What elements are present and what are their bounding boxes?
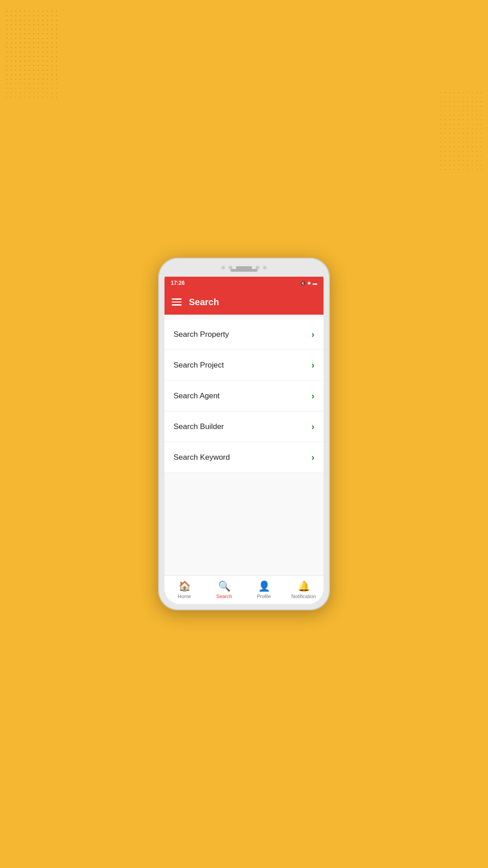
chevron-right-icon: ›: [311, 360, 314, 370]
chevron-right-icon: ›: [311, 421, 314, 432]
menu-item-label: Search Property: [174, 330, 229, 339]
notification-nav-label: Notification: [291, 594, 316, 599]
menu-item-search-agent[interactable]: Search Agent ›: [164, 381, 324, 411]
battery-icon: ▬: [313, 281, 317, 286]
status-time: 17:26: [171, 280, 185, 286]
menu-list: Search Property › Search Project › Searc…: [164, 319, 324, 473]
menu-item-search-keyword[interactable]: Search Keyword ›: [164, 442, 324, 473]
menu-item-search-project[interactable]: Search Project ›: [164, 350, 324, 381]
profile-nav-label: Profile: [257, 594, 271, 599]
nav-item-home[interactable]: 🏠Home: [164, 576, 204, 604]
chevron-right-icon: ›: [311, 391, 314, 401]
notification-icon: 🔇: [300, 281, 305, 286]
home-nav-label: Home: [178, 594, 191, 599]
nav-item-notification[interactable]: 🔔Notification: [284, 576, 324, 604]
search-nav-label: Search: [216, 594, 232, 599]
nav-item-search[interactable]: 🔍Search: [204, 576, 244, 604]
status-icons: 🔇 ✱ ▬: [300, 281, 317, 286]
menu-item-label: Search Builder: [174, 422, 224, 431]
menu-item-label: Search Agent: [174, 392, 220, 401]
status-bar: 17:26 🔇 ✱ ▬: [164, 277, 324, 289]
bottom-nav: 🏠Home🔍Search👤Profile🔔Notification: [164, 575, 324, 604]
menu-item-search-property[interactable]: Search Property ›: [164, 319, 324, 350]
notification-nav-icon: 🔔: [298, 580, 310, 592]
menu-item-search-builder[interactable]: Search Builder ›: [164, 411, 324, 442]
menu-item-label: Search Keyword: [174, 453, 230, 462]
bluetooth-icon: ✱: [307, 281, 311, 286]
app-header: Search: [164, 289, 324, 315]
content-area: Search Property › Search Project › Searc…: [164, 315, 324, 575]
menu-item-label: Search Project: [174, 361, 224, 370]
home-nav-icon: 🏠: [178, 580, 191, 592]
menu-button[interactable]: [172, 298, 182, 306]
page-title: Search: [189, 297, 219, 307]
chevron-right-icon: ›: [311, 452, 314, 462]
phone-frame: 17:26 🔇 ✱ ▬ Search: [158, 258, 330, 610]
search-nav-icon: 🔍: [218, 580, 230, 592]
profile-nav-icon: 👤: [258, 580, 270, 592]
chevron-right-icon: ›: [311, 329, 314, 340]
nav-item-profile[interactable]: 👤Profile: [244, 576, 284, 604]
